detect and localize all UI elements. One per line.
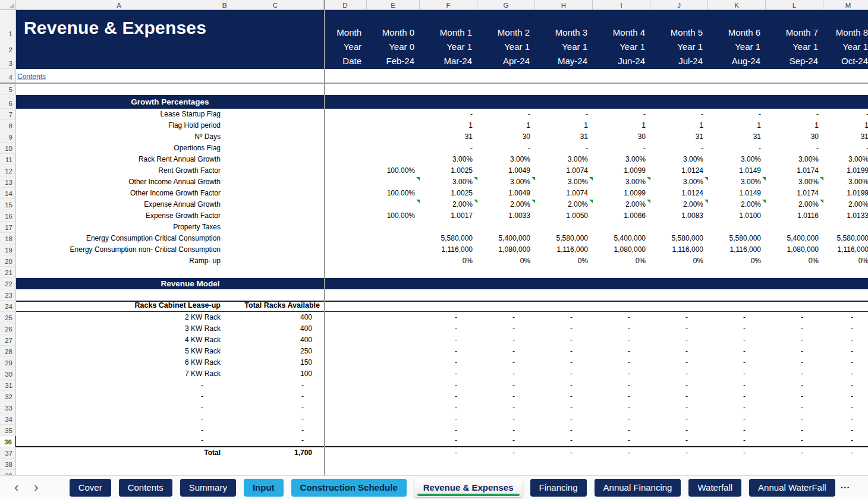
period-year-cell[interactable]: Year 1 <box>650 39 708 55</box>
grid-cell[interactable] <box>324 255 367 267</box>
row-header-33[interactable]: 33 <box>0 402 16 413</box>
grid-cell[interactable] <box>367 244 420 255</box>
sheet-tab-annual-financing[interactable]: Annual Financing <box>595 479 681 497</box>
row-header-11[interactable]: 11 <box>0 154 16 165</box>
grid-cell[interactable]: - <box>477 368 535 380</box>
row-label-cell[interactable]: 3 KW Rack <box>16 323 227 334</box>
grid-cell[interactable] <box>367 109 420 120</box>
grid-cell[interactable]: 3.00% <box>593 176 650 188</box>
grid-cell[interactable]: 3.00% <box>420 176 477 188</box>
column-header-E[interactable]: E <box>367 0 420 10</box>
row-label-cell[interactable]: Opertions Flag <box>16 143 227 154</box>
grid-cell[interactable]: 5,580,000 <box>420 233 477 244</box>
grid-cell[interactable]: - <box>420 312 477 323</box>
grid-cell[interactable]: 3.00% <box>823 154 868 165</box>
grid-cell[interactable]: 1.0049 <box>477 165 535 176</box>
row-label-cell[interactable]: Lease Startup Flag <box>16 109 227 120</box>
column-header-H[interactable]: H <box>535 0 593 10</box>
grid-cell[interactable]: 1.0025 <box>420 165 477 176</box>
grid-cell[interactable]: - <box>823 357 868 368</box>
grid-cell[interactable]: - <box>708 334 766 346</box>
grid-cell[interactable]: - <box>823 425 868 436</box>
grid-cell[interactable]: 3.00% <box>420 154 477 165</box>
col-c-cell[interactable] <box>227 199 324 210</box>
grid-cell[interactable]: 1.0116 <box>766 210 823 222</box>
row-header-16[interactable]: 16 <box>0 210 16 222</box>
empty-cells[interactable] <box>16 267 868 278</box>
row-label-cell[interactable]: Expense Annual Growth <box>16 199 227 210</box>
grid-cell[interactable]: 31 <box>708 131 766 143</box>
grid-cell[interactable] <box>477 222 535 233</box>
grid-cell[interactable]: 0% <box>535 255 593 267</box>
period-year-cell[interactable]: Year 1 <box>766 39 823 55</box>
row-label-cell[interactable]: Other Income Growth Factor <box>16 188 227 199</box>
grid-cell[interactable]: - <box>535 109 593 120</box>
grid-cell[interactable]: - <box>593 357 650 368</box>
grid-cell[interactable] <box>324 346 367 357</box>
row-header-1[interactable]: 1 <box>0 10 16 39</box>
grid-cell[interactable]: - <box>477 109 535 120</box>
grid-cell[interactable] <box>324 143 367 154</box>
grid-cell[interactable]: - <box>650 425 708 436</box>
col-c-cell[interactable] <box>227 165 324 176</box>
period-month-cell[interactable]: Month 4 <box>593 10 650 39</box>
grid-cell[interactable]: 2.00% <box>535 199 593 210</box>
grid-cell[interactable]: - <box>708 368 766 380</box>
grid-cell[interactable]: 1,116,000 <box>420 244 477 255</box>
grid-cell[interactable]: 3.00% <box>650 176 708 188</box>
grid-cell[interactable]: 1.0066 <box>593 210 650 222</box>
column-header-F[interactable]: F <box>420 0 477 10</box>
grid-cell[interactable] <box>324 188 367 199</box>
grid-cell[interactable]: - <box>766 413 823 425</box>
grid-cell[interactable]: - <box>420 402 477 413</box>
grid-cell[interactable]: - <box>477 447 535 459</box>
grid-cell[interactable]: 100.00% <box>367 188 420 199</box>
column-header-A[interactable]: A <box>16 0 222 10</box>
grid-cell[interactable]: - <box>823 334 868 346</box>
year-row-label[interactable]: Year <box>324 39 367 55</box>
grid-cell[interactable]: 3.00% <box>823 176 868 188</box>
grid-cell[interactable]: - <box>593 346 650 357</box>
grid-cell[interactable]: - <box>593 447 650 459</box>
empty-cells[interactable] <box>324 69 868 83</box>
grid-cell[interactable]: - <box>477 380 535 391</box>
grid-cell[interactable]: 2.00% <box>766 199 823 210</box>
grid-cell[interactable]: - <box>823 143 868 154</box>
grid-cell[interactable]: - <box>650 357 708 368</box>
grid-cell[interactable]: - <box>535 346 593 357</box>
grid-cell[interactable]: 5,580,000 <box>708 233 766 244</box>
grid-cell[interactable] <box>593 222 650 233</box>
grid-cell[interactable] <box>324 165 367 176</box>
column-header-J[interactable]: J <box>650 0 708 10</box>
row-label-cell[interactable]: 7 KW Rack <box>16 368 227 380</box>
col-c-cell[interactable] <box>227 233 324 244</box>
empty-cells[interactable] <box>16 470 868 475</box>
row-label-cell[interactable]: Expense Growth Factor <box>16 210 227 222</box>
grid-cell[interactable]: - <box>823 109 868 120</box>
grid-cell[interactable]: 1.0174 <box>766 188 823 199</box>
grid-cell[interactable]: 1 <box>823 120 868 131</box>
grid-cell[interactable]: - <box>593 143 650 154</box>
row-label-cell[interactable]: - <box>16 436 227 446</box>
grid-cell[interactable]: 30 <box>477 131 535 143</box>
grid-cell[interactable] <box>324 436 367 446</box>
grid-cell[interactable]: 1.0025 <box>420 188 477 199</box>
grid-cell[interactable]: - <box>650 312 708 323</box>
col-c-cell[interactable]: 400 <box>227 323 324 334</box>
grid-cell[interactable] <box>324 380 367 391</box>
grid-cell[interactable] <box>367 402 420 413</box>
row-label-cell[interactable]: - <box>16 402 227 413</box>
contents-link[interactable]: Contents <box>17 72 46 81</box>
grid-cell[interactable]: 1.0074 <box>535 188 593 199</box>
period-date-cell[interactable]: Jul-24 <box>650 55 708 69</box>
grid-cell[interactable]: 3.00% <box>477 154 535 165</box>
column-header-D[interactable]: D <box>324 0 367 10</box>
grid-cell[interactable]: 1.0083 <box>650 210 708 222</box>
row-header-12[interactable]: 12 <box>0 165 16 176</box>
row-label-cell[interactable]: Rack Rent Annual Growth <box>16 154 227 165</box>
grid-cell[interactable] <box>367 436 420 446</box>
row-header-26[interactable]: 26 <box>0 323 16 334</box>
grid-cell[interactable]: - <box>823 368 868 380</box>
grid-cell[interactable]: 1.0017 <box>420 210 477 222</box>
grid-cell[interactable]: - <box>650 346 708 357</box>
